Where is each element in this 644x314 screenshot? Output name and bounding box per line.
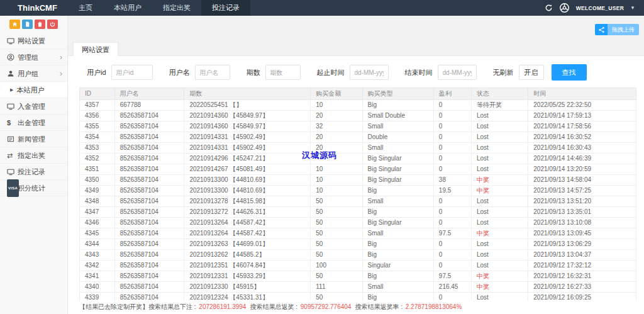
sidebar-item[interactable]: 用户组› — [0, 65, 67, 82]
table-cell: 85263587104 — [114, 132, 184, 143]
table-cell: Big Singular — [362, 218, 433, 228]
table-cell: 20 — [311, 132, 362, 143]
username-input[interactable] — [195, 65, 230, 80]
sidebar-item-active[interactable]: ▶本站用户 — [0, 82, 67, 98]
sidebar-item[interactable]: 管理组› — [0, 49, 67, 65]
nav-item[interactable]: 主页 — [68, 0, 103, 16]
column-header: 时间 — [528, 88, 636, 100]
start-time-label: 起止时间 — [317, 68, 345, 77]
table-cell: 38 — [433, 175, 471, 186]
column-header: 购买金额 — [311, 88, 362, 100]
table-cell: 50 — [311, 196, 362, 207]
table-cell: 85263587104 — [114, 154, 184, 164]
table-cell: 2021/09/13 14:58:04 — [528, 175, 636, 186]
table-cell: 等待开奖 — [472, 100, 528, 111]
sidebar-item[interactable]: ⇄指定出奖 — [0, 147, 67, 164]
sidebar-item[interactable]: VISA积分统计 — [0, 180, 67, 196]
table-row: 43458526358710420210913264 【44587.42】50S… — [80, 228, 636, 239]
filter-end-time: 结束时间 — [405, 65, 477, 80]
tab-site-settings[interactable]: 网站设置 — [73, 42, 118, 56]
file-button[interactable] — [22, 20, 33, 29]
table-cell: 85263587104 — [114, 261, 184, 271]
start-time-input[interactable] — [350, 65, 389, 80]
table-cell: Lost — [472, 218, 528, 228]
navbar-menu: 主页本站用户指定出奖投注记录 — [68, 0, 250, 16]
trash-button[interactable] — [35, 20, 45, 29]
column-header: 盈利 — [433, 88, 471, 100]
table-row: 43508526358710420210913300 【44810.69】10B… — [80, 175, 636, 186]
exchange-icon: ⇄ — [7, 147, 18, 164]
username-label: 用户名 — [169, 68, 190, 77]
table-cell: 2021/09/13 14:57:25 — [528, 186, 636, 196]
table-cell: 2021/09/14 17:58:56 — [528, 121, 636, 132]
table-cell: 10 — [311, 186, 362, 196]
table-cell: Small Double — [362, 111, 433, 121]
table-cell: 0 — [433, 111, 471, 121]
table-cell: 50 — [311, 239, 362, 250]
table-cell: 2021/09/13 13:06:29 — [528, 239, 636, 250]
table-cell: Lost — [472, 261, 528, 271]
table-cell: 0 — [433, 121, 471, 132]
welcome-user-menu[interactable]: WELCOME_USER — [576, 5, 624, 11]
sidebar-item[interactable]: 入金管理 — [0, 98, 67, 115]
user-avatar-icon[interactable] — [559, 3, 570, 13]
sidebar-item[interactable]: 投注记录 — [0, 164, 67, 180]
table-cell: 10 — [311, 100, 362, 111]
table-cell: Lost — [472, 121, 528, 132]
period-input[interactable] — [265, 65, 301, 80]
table-cell: 20210914331 【45902.49】 — [184, 132, 311, 143]
end-time-input[interactable] — [438, 65, 477, 80]
table-cell: 4347 — [80, 207, 115, 218]
table-cell: 0 — [433, 164, 471, 175]
user-icon — [7, 70, 18, 77]
no-refresh-select[interactable]: 开启 — [519, 65, 544, 80]
column-header: 状态 — [472, 88, 528, 100]
home-button[interactable] — [9, 20, 20, 29]
table-cell: Lost — [472, 111, 528, 121]
table-cell: Singular — [362, 261, 433, 271]
table-cell: 85263587104 — [114, 228, 184, 239]
sidebar-item-label: 出金管理 — [18, 115, 62, 131]
filter-period: 期数 — [247, 65, 301, 80]
sidebar-item[interactable]: 新闻管理 — [0, 131, 67, 147]
sidebar-item[interactable]: $出金管理 — [0, 115, 67, 131]
sidebar-item-label: 新闻管理 — [18, 131, 62, 147]
dollar-icon: $ — [7, 115, 18, 131]
filter-username: 用户名 — [169, 65, 230, 80]
table-cell: 85263587104 — [114, 121, 184, 132]
nav-item[interactable]: 投注记录 — [201, 0, 250, 16]
power-button[interactable] — [47, 20, 58, 29]
table-cell: 85263587104 — [114, 282, 184, 293]
table-cell: 2021/09/12 16:32:31 — [528, 271, 636, 282]
table-row: 435766778820220525451 【】10Big0等待开奖2022/0… — [80, 100, 636, 111]
sidebar-item-label: 入金管理 — [18, 98, 62, 115]
table-cell: 20210914360 【45849.97】 — [184, 111, 311, 121]
table-cell: 4345 — [80, 228, 115, 239]
table-cell: 0 — [433, 239, 471, 250]
table-cell: Big — [362, 271, 433, 282]
search-button[interactable]: 查找 — [552, 64, 587, 81]
share-icon — [595, 24, 608, 35]
table-cell: 216.45 — [433, 282, 471, 293]
summary-bar: 【结果已去除定制开奖】搜索结果总下注 : 207286191.3994搜索结果总… — [79, 301, 636, 314]
table-cell: Small — [362, 282, 433, 293]
sidebar-item-label: 用户组 — [18, 65, 60, 82]
table-row: 43568526358710420210914360 【45849.97】20S… — [80, 111, 636, 121]
nav-item[interactable]: 指定出奖 — [152, 0, 201, 16]
user-id-input[interactable] — [111, 65, 153, 80]
refresh-icon[interactable] — [545, 4, 553, 12]
table-row: 43518526358710420210914267 【45081.49】10B… — [80, 164, 636, 175]
table-cell: 50 — [311, 218, 362, 228]
table-cell: 2021/09/12 16:27:33 — [528, 282, 636, 293]
table-cell: 50 — [311, 250, 362, 261]
table-cell: 97.5 — [433, 271, 471, 282]
table-cell: 2021/09/13 13:35:01 — [528, 207, 636, 218]
nav-item[interactable]: 本站用户 — [103, 0, 152, 16]
sidebar-item[interactable]: 网站设置 — [0, 33, 67, 49]
drag-upload-button[interactable]: 拖拽上传 — [595, 24, 639, 35]
table-cell: 20210914331 【45902.49】 — [184, 143, 311, 154]
table-row: 43498526358710420210913300 【44810.69】10B… — [80, 186, 636, 196]
app-logo[interactable]: ThinkCMF — [0, 0, 68, 16]
table-cell: 0 — [433, 250, 471, 261]
column-header: 购买类型 — [362, 88, 433, 100]
